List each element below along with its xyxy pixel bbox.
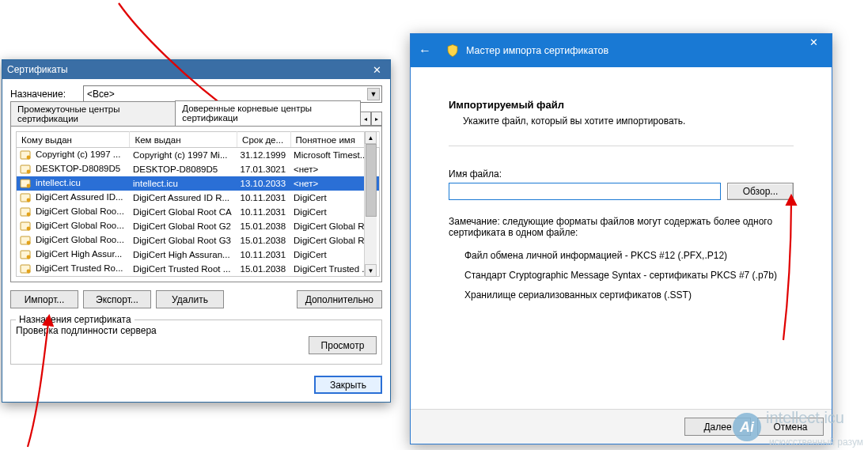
filename-label: Имя файла: [449,168,794,180]
certificates-dialog: Сертификаты ✕ Назначение: <Все> ▼ Промеж… [2,59,391,403]
next-button[interactable]: Далее [684,418,751,436]
certificate-icon [20,206,32,217]
svg-point-5 [27,184,31,188]
table-row[interactable]: DigiCert Trusted Ro...DigiCert Trusted R… [17,262,380,277]
export-button[interactable]: Экспорт... [83,290,151,308]
certificate-icon [20,249,32,260]
remove-button[interactable]: Удалить [156,290,224,308]
wizard-heading: Импортируемый файл [449,99,794,111]
tab-trusted-root-ca[interactable]: Доверенные корневые центры сертификаци [175,100,361,126]
svg-point-3 [27,170,31,174]
certificate-icon [20,164,32,175]
certificate-icon [20,149,32,161]
tab-intermediate-ca[interactable]: Промежуточные центры сертификации [10,101,176,126]
svg-point-17 [27,270,31,274]
import-button[interactable]: Импорт... [10,290,78,308]
table-row[interactable]: DigiCert High Assur...DigiCert High Assu… [17,248,380,262]
col-issued-by[interactable]: Кем выдан [130,132,237,148]
table-row[interactable]: DigiCert Global Roo...DigiCert Global Ro… [17,233,380,248]
scroll-up-icon[interactable]: ▲ [365,131,377,144]
wizard-subtitle: Укажите файл, который вы хотите импортир… [463,115,794,127]
back-arrow-icon[interactable]: ← [419,43,431,58]
wizard-header[interactable]: ← Мастер импорта сертификатов ✕ [411,34,832,67]
svg-point-1 [27,156,31,160]
col-expires[interactable]: Срок де... [237,132,290,148]
cancel-button[interactable]: Отмена [757,418,824,436]
certificates-title: Сертификаты [7,64,68,75]
scroll-thumb[interactable] [366,144,377,217]
tabs: Промежуточные центры сертификации Довере… [10,108,382,127]
list-scrollbar[interactable]: ▲ ▼ [364,131,377,277]
table-row[interactable]: DigiCert Global Roo...DigiCert Global Ro… [17,219,380,233]
certificate-icon [20,263,32,274]
certificate-icon [20,178,32,189]
browse-button[interactable]: Обзор... [727,183,794,200]
certificate-icon [20,192,32,203]
svg-point-13 [27,241,31,245]
table-row[interactable]: Copyright (c) 1997 ...Copyright (c) 1997… [17,148,380,163]
col-issued-to[interactable]: Кому выдан [17,132,130,148]
svg-point-9 [27,213,31,217]
shield-icon [445,43,460,58]
svg-point-11 [27,227,31,231]
table-row[interactable]: DigiCert Global Roo...DigiCert Global Ro… [17,205,380,219]
certificate-icon [20,221,32,232]
certificate-icon [20,235,32,246]
svg-point-15 [27,255,31,259]
format-line: Стандарт Cryptographic Message Syntax - … [464,266,794,286]
advanced-button[interactable]: Дополнительно [297,290,382,308]
view-button[interactable]: Просмотр [309,336,377,354]
formats-note: Замечание: следующие форматы файлов могу… [449,216,794,238]
tab-scroll-left-icon[interactable]: ◂ [360,112,371,126]
chevron-down-icon[interactable]: ▼ [367,88,380,100]
purpose-value: <Все> [87,89,115,100]
format-line: Файл обмена личной информацией - PKCS #1… [464,246,794,266]
certificates-titlebar[interactable]: Сертификаты ✕ [2,60,390,79]
table-row[interactable]: intellect.icuintellect.icu13.10.2033<нет… [17,176,380,191]
close-icon[interactable]: ✕ [368,62,385,77]
table-row[interactable]: DESKTOP-D8089D5DESKTOP-D8089D517.01.3021… [17,162,380,176]
filename-input[interactable] [449,183,721,200]
tab-scroll-right-icon[interactable]: ▸ [371,112,382,126]
svg-point-7 [27,199,31,202]
close-button[interactable]: Закрыть [314,376,382,394]
table-row[interactable]: DigiCert Assured ID...DigiCert Assured I… [17,191,380,205]
purpose-label: Назначение: [10,89,83,100]
cert-purposes-group-title: Назначения сертификата [16,314,135,325]
cert-purposes-text: Проверка подлинности сервера [16,325,377,336]
wizard-title: Мастер импорта сертификатов [466,45,608,56]
wizard-close-icon[interactable]: ✕ [795,34,832,50]
certificate-list[interactable]: Кому выдан Кем выдан Срок де... Понятное… [16,131,380,277]
format-line: Хранилище сериализованных сертификатов (… [464,286,794,305]
scroll-down-icon[interactable]: ▼ [365,264,377,277]
import-wizard-dialog: ← Мастер импорта сертификатов ✕ Импортир… [410,33,832,444]
